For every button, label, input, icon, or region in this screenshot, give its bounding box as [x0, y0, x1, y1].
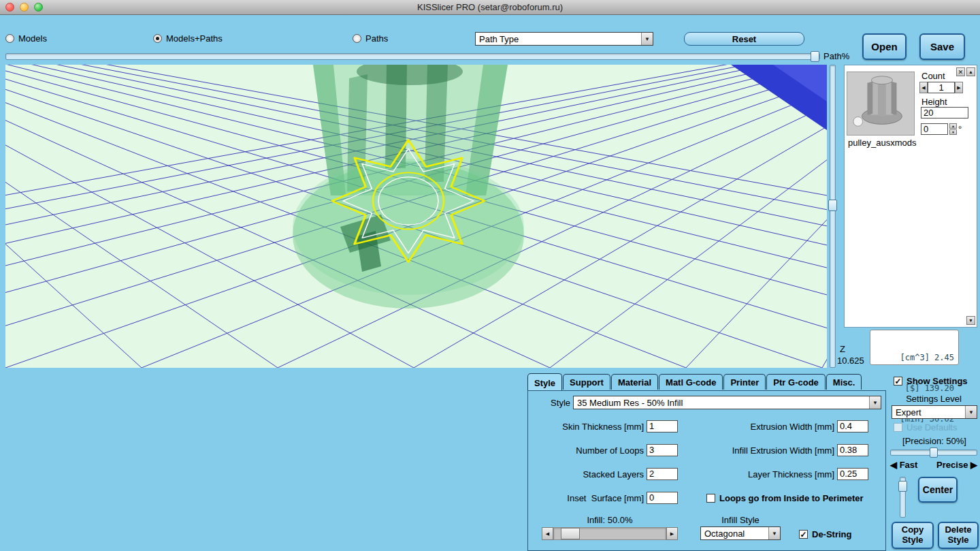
stacked-layers-label: Stacked Layers — [528, 469, 644, 479]
style-preset-dropdown[interactable]: 35 Medium Res - 50% Infill ▼ — [573, 396, 881, 409]
precise-right-icon: ▶ — [970, 460, 977, 470]
loops-inside-checkbox-row[interactable]: Loops go from Inside to Perimeter — [706, 493, 864, 503]
reset-button-label: Reset — [732, 34, 756, 44]
view-vertical-slider-thumb[interactable] — [898, 481, 907, 492]
show-settings-checkbox[interactable]: ✓ — [894, 377, 902, 385]
inset-surface-field[interactable]: 0 — [647, 492, 678, 504]
z-label: Z — [840, 344, 845, 354]
precision-label: [Precision: 50%] — [890, 436, 979, 446]
height-field[interactable]: 20 — [921, 107, 968, 119]
radio-paths[interactable]: Paths — [353, 33, 388, 44]
infill-slider-thumb[interactable] — [561, 528, 580, 539]
fast-left-icon: ◀ — [890, 460, 897, 470]
viewport-splitter-track[interactable] — [830, 65, 836, 368]
count-increment-icon[interactable]: ▶ — [955, 82, 963, 93]
number-of-loops-field[interactable]: 3 — [647, 444, 678, 456]
fast-precise-row: ◀ Fast Precise ▶ — [890, 460, 977, 470]
path-type-dropdown[interactable]: Path Type ▼ — [475, 32, 653, 46]
copy-style-label: Copy Style — [894, 525, 931, 546]
number-of-loops-label: Number of Loops — [528, 445, 644, 456]
radio-models-paths[interactable]: Models+Paths — [153, 33, 223, 44]
radio-models[interactable]: Models — [5, 33, 47, 44]
tab-misc[interactable]: Misc. — [826, 374, 862, 390]
radio-models-circle — [5, 34, 14, 43]
infill-extrusion-width-field[interactable]: 0.38 — [837, 444, 868, 456]
scroll-down-icon[interactable]: ▼ — [966, 316, 975, 325]
kisslicer-window: KISSlicer PRO (setar@roboforum.ru) Model… — [0, 0, 980, 551]
show-settings-label: Show Settings — [906, 376, 968, 386]
chevron-down-icon: ▼ — [869, 396, 881, 409]
layer-thickness-field[interactable]: 0.25 — [837, 468, 868, 480]
destring-label: De-String — [812, 529, 852, 539]
tab-printer[interactable]: Printer — [723, 374, 766, 390]
skin-thickness-label: Skin Thickness [mm] — [528, 422, 644, 432]
settings-level-dropdown[interactable]: Expert ▼ — [892, 405, 977, 419]
path-percent-slider-thumb[interactable] — [811, 51, 819, 62]
fast-control[interactable]: ◀ Fast — [890, 460, 917, 470]
settings-level-value: Expert — [892, 406, 965, 418]
radio-models-paths-label: Models+Paths — [166, 33, 223, 44]
tab-matl-gcode[interactable]: Matl G-code — [659, 374, 723, 390]
close-icon[interactable]: ✕ — [956, 67, 965, 76]
rotation-up-icon[interactable]: ▲ — [949, 123, 957, 129]
open-button[interactable]: Open — [862, 33, 906, 60]
infill-style-value: Octagonal — [701, 527, 768, 539]
settings-tabbar: Style Support Material Matl G-code Print… — [527, 373, 862, 390]
style-preset-label: Style — [528, 398, 570, 408]
infill-slider[interactable]: ◀ ▶ — [542, 527, 678, 540]
radio-models-paths-circle — [153, 34, 162, 43]
infill-percent-label: Infill: 50.0% — [542, 515, 678, 525]
radio-paths-circle — [353, 34, 361, 43]
destring-checkbox-row[interactable]: ✓ De-String — [799, 529, 852, 539]
path-percent-slider-track[interactable] — [5, 53, 820, 60]
fast-label: Fast — [900, 460, 918, 470]
rotation-field[interactable]: 0 — [921, 123, 948, 135]
window-title: KISSlicer PRO (setar@roboforum.ru) — [0, 2, 980, 12]
inset-surface-label: Inset Surface [mm] — [528, 493, 644, 503]
copy-style-button[interactable]: Copy Style — [892, 522, 934, 549]
rotation-down-icon[interactable]: ▼ — [949, 129, 957, 135]
skin-thickness-field[interactable]: 1 — [647, 420, 678, 432]
use-defaults-checkbox[interactable] — [894, 423, 902, 432]
infill-style-label: Infill Style — [700, 515, 781, 525]
path-type-value: Path Type — [476, 33, 641, 45]
viewport-3d[interactable] — [5, 65, 827, 368]
rotation-control: 0 ▲ ▼ ° — [921, 123, 962, 135]
viewport-splitter-handle[interactable] — [828, 200, 837, 211]
stacked-layers-field[interactable]: 2 — [647, 468, 678, 480]
precise-control[interactable]: Precise ▶ — [936, 460, 977, 470]
infill-style-dropdown[interactable]: Octagonal ▼ — [700, 526, 781, 540]
center-button-label: Center — [923, 484, 953, 495]
center-button[interactable]: Center — [918, 477, 958, 503]
tab-style[interactable]: Style — [527, 373, 562, 390]
extrusion-width-field[interactable]: 0.4 — [837, 420, 868, 432]
model-list-item[interactable]: pulley_ausxmods — [848, 138, 916, 148]
rotation-degree-label: ° — [958, 124, 962, 134]
settings-level-label: Settings Level — [890, 394, 977, 404]
destring-checkbox[interactable]: ✓ — [799, 530, 808, 539]
precise-label: Precise — [936, 460, 968, 470]
infill-slider-track[interactable] — [553, 527, 666, 540]
show-settings-row[interactable]: ✓ Show Settings — [894, 376, 968, 386]
titlebar: KISSlicer PRO (setar@roboforum.ru) — [0, 0, 980, 15]
delete-style-button[interactable]: Delete Style — [938, 522, 979, 549]
count-decrement-icon[interactable]: ◀ — [919, 82, 928, 93]
reset-button[interactable]: Reset — [684, 32, 804, 46]
infill-slider-left-icon[interactable]: ◀ — [542, 527, 553, 540]
precision-slider-thumb[interactable] — [930, 447, 938, 458]
model-thumbnail — [847, 72, 915, 136]
radio-models-label: Models — [18, 33, 47, 44]
infill-slider-right-icon[interactable]: ▶ — [666, 527, 678, 540]
loops-inside-checkbox[interactable] — [706, 494, 715, 503]
delete-style-label: Delete Style — [941, 525, 976, 546]
tab-support[interactable]: Support — [563, 374, 610, 390]
chevron-down-icon: ▼ — [768, 527, 780, 539]
scroll-up-icon[interactable]: ▲ — [966, 67, 975, 76]
tab-ptr-gcode[interactable]: Ptr G-code — [766, 374, 825, 390]
extrusion-width-label: Extrusion Width [mm] — [698, 422, 834, 432]
use-defaults-row[interactable]: Use Defaults — [894, 422, 957, 432]
count-value[interactable]: 1 — [928, 82, 955, 93]
path-percent-label: Path% — [823, 51, 849, 61]
tab-material[interactable]: Material — [611, 374, 658, 390]
save-button[interactable]: Save — [919, 33, 965, 60]
